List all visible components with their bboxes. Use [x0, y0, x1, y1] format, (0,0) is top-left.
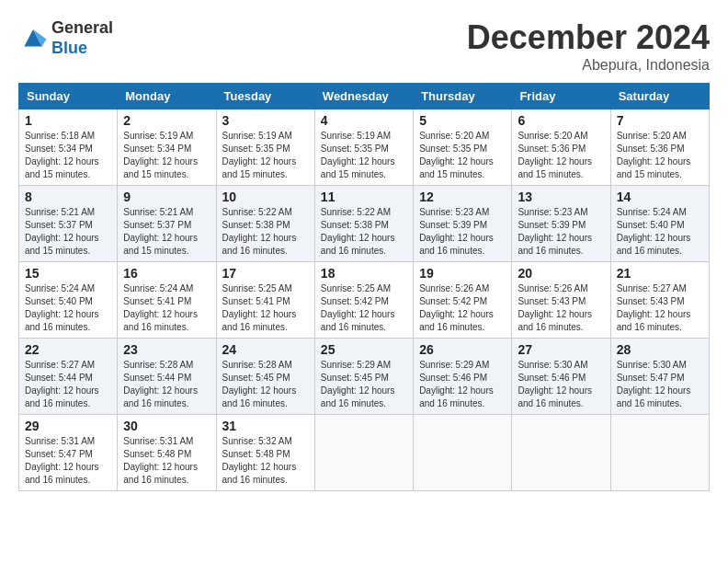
day-info: Sunrise: 5:28 AM Sunset: 5:44 PM Dayligh…: [123, 359, 210, 410]
page-header: General Blue December 2024 Abepura, Indo…: [18, 18, 710, 74]
day-number: 20: [518, 266, 604, 281]
week-row-5: 29Sunrise: 5:31 AM Sunset: 5:47 PM Dayli…: [19, 415, 710, 491]
day-number: 4: [321, 113, 407, 128]
day-number: 11: [321, 190, 407, 204]
day-info: Sunrise: 5:31 AM Sunset: 5:48 PM Dayligh…: [123, 435, 210, 487]
day-number: 13: [518, 190, 604, 204]
day-number: 21: [617, 266, 703, 281]
day-number: 24: [222, 342, 309, 357]
day-info: Sunrise: 5:21 AM Sunset: 5:37 PM Dayligh…: [123, 206, 210, 258]
calendar-cell: [610, 415, 709, 491]
day-number: 29: [25, 419, 111, 433]
day-info: Sunrise: 5:32 AM Sunset: 5:48 PM Dayligh…: [222, 435, 309, 487]
day-info: Sunrise: 5:21 AM Sunset: 5:37 PM Dayligh…: [25, 206, 111, 258]
calendar-cell: 9Sunrise: 5:21 AM Sunset: 5:37 PM Daylig…: [118, 186, 216, 262]
day-number: 28: [617, 342, 703, 357]
calendar-cell: 27Sunrise: 5:30 AM Sunset: 5:46 PM Dayli…: [512, 339, 610, 415]
week-row-1: 1Sunrise: 5:18 AM Sunset: 5:34 PM Daylig…: [19, 109, 710, 186]
calendar-cell: [414, 415, 512, 491]
calendar-cell: 1Sunrise: 5:18 AM Sunset: 5:34 PM Daylig…: [19, 109, 118, 186]
logo-text: General Blue: [51, 18, 113, 58]
day-number: 15: [25, 266, 111, 281]
day-number: 18: [321, 266, 407, 281]
day-number: 3: [222, 113, 309, 128]
day-info: Sunrise: 5:22 AM Sunset: 5:38 PM Dayligh…: [321, 206, 407, 258]
day-number: 9: [123, 190, 210, 204]
day-number: 22: [25, 342, 111, 357]
col-wednesday: Wednesday: [314, 84, 413, 109]
day-info: Sunrise: 5:25 AM Sunset: 5:42 PM Dayligh…: [321, 282, 407, 334]
calendar-cell: 11Sunrise: 5:22 AM Sunset: 5:38 PM Dayli…: [314, 186, 413, 262]
calendar-cell: 17Sunrise: 5:25 AM Sunset: 5:41 PM Dayli…: [216, 262, 314, 339]
month-title: December 2024: [467, 18, 710, 57]
day-number: 10: [222, 190, 309, 204]
day-info: Sunrise: 5:31 AM Sunset: 5:47 PM Dayligh…: [25, 435, 111, 487]
day-number: 23: [123, 342, 210, 357]
calendar-cell: 8Sunrise: 5:21 AM Sunset: 5:37 PM Daylig…: [19, 186, 118, 262]
calendar-cell: [512, 415, 610, 491]
col-saturday: Saturday: [610, 84, 709, 109]
week-row-2: 8Sunrise: 5:21 AM Sunset: 5:37 PM Daylig…: [19, 186, 710, 262]
day-info: Sunrise: 5:30 AM Sunset: 5:46 PM Dayligh…: [518, 359, 604, 410]
header-row: Sunday Monday Tuesday Wednesday Thursday…: [19, 84, 710, 109]
week-row-4: 22Sunrise: 5:27 AM Sunset: 5:44 PM Dayli…: [19, 339, 710, 415]
day-info: Sunrise: 5:20 AM Sunset: 5:36 PM Dayligh…: [617, 130, 703, 181]
col-friday: Friday: [512, 84, 610, 109]
calendar-cell: 28Sunrise: 5:30 AM Sunset: 5:47 PM Dayli…: [610, 339, 709, 415]
logo-general-text: General: [51, 18, 113, 39]
day-info: Sunrise: 5:19 AM Sunset: 5:34 PM Dayligh…: [123, 130, 210, 181]
day-info: Sunrise: 5:23 AM Sunset: 5:39 PM Dayligh…: [419, 206, 506, 258]
day-info: Sunrise: 5:22 AM Sunset: 5:38 PM Dayligh…: [222, 206, 309, 258]
calendar-cell: 4Sunrise: 5:19 AM Sunset: 5:35 PM Daylig…: [314, 109, 413, 186]
calendar-table: Sunday Monday Tuesday Wednesday Thursday…: [18, 83, 710, 491]
col-tuesday: Tuesday: [216, 84, 314, 109]
calendar-cell: [314, 415, 413, 491]
day-info: Sunrise: 5:20 AM Sunset: 5:36 PM Dayligh…: [518, 130, 604, 181]
calendar-cell: 19Sunrise: 5:26 AM Sunset: 5:42 PM Dayli…: [414, 262, 512, 339]
col-thursday: Thursday: [414, 84, 512, 109]
day-info: Sunrise: 5:20 AM Sunset: 5:35 PM Dayligh…: [419, 130, 506, 181]
day-number: 26: [419, 342, 506, 357]
day-info: Sunrise: 5:23 AM Sunset: 5:39 PM Dayligh…: [518, 206, 604, 258]
logo-blue-text: Blue: [51, 39, 113, 59]
calendar-cell: 21Sunrise: 5:27 AM Sunset: 5:43 PM Dayli…: [610, 262, 709, 339]
day-info: Sunrise: 5:28 AM Sunset: 5:45 PM Dayligh…: [222, 359, 309, 410]
col-sunday: Sunday: [19, 84, 118, 109]
calendar-cell: 15Sunrise: 5:24 AM Sunset: 5:40 PM Dayli…: [19, 262, 118, 339]
calendar-cell: 14Sunrise: 5:24 AM Sunset: 5:40 PM Dayli…: [610, 186, 709, 262]
calendar-cell: 31Sunrise: 5:32 AM Sunset: 5:48 PM Dayli…: [216, 415, 314, 491]
day-info: Sunrise: 5:24 AM Sunset: 5:40 PM Dayligh…: [617, 206, 703, 258]
day-number: 30: [123, 419, 210, 433]
calendar-cell: 16Sunrise: 5:24 AM Sunset: 5:41 PM Dayli…: [118, 262, 216, 339]
calendar-cell: 3Sunrise: 5:19 AM Sunset: 5:35 PM Daylig…: [216, 109, 314, 186]
calendar-cell: 22Sunrise: 5:27 AM Sunset: 5:44 PM Dayli…: [19, 339, 118, 415]
calendar-cell: 7Sunrise: 5:20 AM Sunset: 5:36 PM Daylig…: [610, 109, 709, 186]
location-text: Abepura, Indonesia: [467, 57, 710, 74]
calendar-cell: 5Sunrise: 5:20 AM Sunset: 5:35 PM Daylig…: [414, 109, 512, 186]
calendar-cell: 20Sunrise: 5:26 AM Sunset: 5:43 PM Dayli…: [512, 262, 610, 339]
day-number: 5: [419, 113, 506, 128]
day-number: 27: [518, 342, 604, 357]
day-info: Sunrise: 5:18 AM Sunset: 5:34 PM Dayligh…: [25, 130, 111, 181]
day-number: 31: [222, 419, 309, 433]
day-number: 12: [419, 190, 506, 204]
day-info: Sunrise: 5:30 AM Sunset: 5:47 PM Dayligh…: [617, 359, 703, 410]
day-number: 6: [518, 113, 604, 128]
day-number: 7: [617, 113, 703, 128]
day-number: 14: [617, 190, 703, 204]
day-number: 1: [25, 113, 111, 128]
day-info: Sunrise: 5:26 AM Sunset: 5:42 PM Dayligh…: [419, 282, 506, 334]
day-number: 2: [123, 113, 210, 128]
day-number: 19: [419, 266, 506, 281]
day-info: Sunrise: 5:19 AM Sunset: 5:35 PM Dayligh…: [321, 130, 407, 181]
calendar-cell: 30Sunrise: 5:31 AM Sunset: 5:48 PM Dayli…: [118, 415, 216, 491]
day-info: Sunrise: 5:24 AM Sunset: 5:40 PM Dayligh…: [25, 282, 111, 334]
day-number: 25: [321, 342, 407, 357]
calendar-cell: 13Sunrise: 5:23 AM Sunset: 5:39 PM Dayli…: [512, 186, 610, 262]
calendar-cell: 12Sunrise: 5:23 AM Sunset: 5:39 PM Dayli…: [414, 186, 512, 262]
calendar-cell: 29Sunrise: 5:31 AM Sunset: 5:47 PM Dayli…: [19, 415, 118, 491]
calendar-body: 1Sunrise: 5:18 AM Sunset: 5:34 PM Daylig…: [19, 109, 710, 491]
calendar-cell: 24Sunrise: 5:28 AM Sunset: 5:45 PM Dayli…: [216, 339, 314, 415]
day-info: Sunrise: 5:24 AM Sunset: 5:41 PM Dayligh…: [123, 282, 210, 334]
col-monday: Monday: [118, 84, 216, 109]
